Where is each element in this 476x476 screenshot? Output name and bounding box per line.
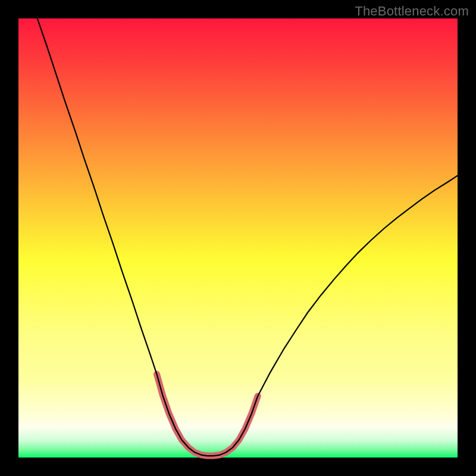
bottleneck-chart <box>0 0 476 476</box>
chart-background <box>18 18 458 458</box>
watermark-text: TheBottleneck.com <box>355 4 469 19</box>
chart-stage: TheBottleneck.com <box>0 0 476 476</box>
